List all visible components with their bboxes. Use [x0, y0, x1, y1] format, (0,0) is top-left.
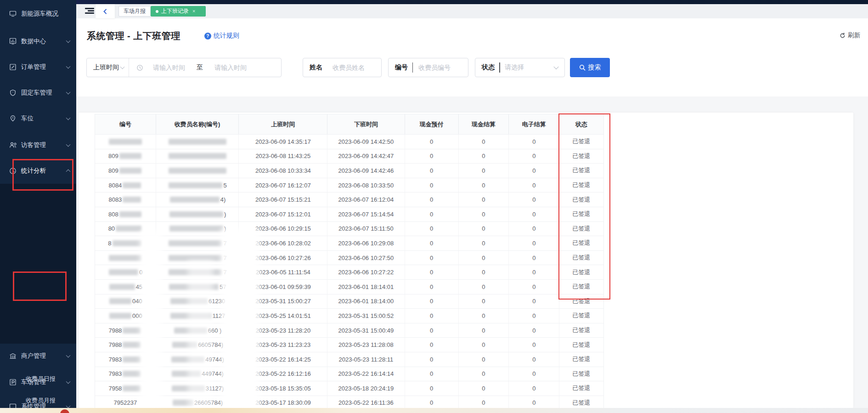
ev-monitor-icon — [9, 10, 17, 17]
sidebar-item-visitors[interactable]: 访客管理 — [0, 136, 76, 154]
page-title: 系统管理 - 上下班管理 — [87, 30, 180, 42]
cell-clock-in: 2023-06-08 11:43:25 — [239, 149, 327, 164]
table-row: 8 7 2023-06-06 10:28:02 2023-06-06 10:29… — [95, 236, 603, 251]
cell-electronic-settled: 0 — [509, 265, 559, 279]
sidebar-item-parking-spots[interactable]: 车位 — [0, 109, 76, 128]
cell-clock-out: 2023-06-01 18:14:01 — [327, 280, 405, 294]
tabs-back-button[interactable] — [96, 4, 115, 18]
cell-cashier-name: 6605784) — [156, 338, 239, 352]
cell-electronic-settled: 0 — [509, 251, 559, 265]
search-button[interactable]: 搜索 — [570, 58, 610, 77]
status-filter-group[interactable]: 状态 请选择 — [475, 58, 565, 77]
cell-status: 已签退 — [559, 251, 603, 265]
cell-clock-in: 2023-06-06 10:29:15 — [239, 222, 327, 236]
cell-cash-settled: 0 — [459, 294, 509, 309]
chevron-down-icon — [66, 116, 71, 120]
statistics-rules-link[interactable]: ? 统计规则 — [204, 32, 239, 40]
table-header: 编号 收费员名称(编号) 上班时间 下班时间 现金预付 现金结算 电子结算 状态 — [95, 114, 603, 135]
cell-clock-out: 2023-05-18 20:24:19 — [327, 381, 405, 396]
sidebar-item-data-center[interactable]: 数据中心 — [0, 32, 76, 51]
table-row: 80 ) 2023-06-06 10:29:15 2023-06-07 15:1… — [95, 222, 603, 237]
time-type-select[interactable]: 上班时间 — [87, 58, 129, 77]
cell-cash-prepaid: 0 — [405, 381, 459, 396]
sidebar-item-statistics[interactable]: 统计分析 — [0, 162, 76, 180]
cell-electronic-settled: 0 — [509, 294, 559, 309]
chevron-down-icon — [553, 64, 558, 69]
clock-icon — [136, 64, 143, 71]
cell-id: 040 — [95, 294, 156, 309]
cell-electronic-settled: 0 — [509, 207, 559, 221]
cashier-name-input[interactable] — [332, 63, 382, 72]
cell-clock-out: 2023-06-06 10:29:08 — [327, 236, 405, 250]
name-filter-group: 姓名 — [303, 58, 382, 77]
id-label: 编号 — [395, 63, 408, 72]
cell-cashier-name: 7 — [156, 265, 239, 279]
sidebar-item-orders[interactable]: 订单管理 — [0, 58, 76, 76]
sidebar-item-ev-overview[interactable]: 新能源车概况 — [0, 5, 76, 23]
tab-attendance-records-active[interactable]: 上下班记录× — [151, 6, 206, 17]
tab-lot-monthly[interactable]: 车场月报 — [118, 6, 151, 17]
cell-clock-out: 2023-06-07 15:14:54 — [327, 207, 405, 221]
col-header-cash-prepaid: 现金预付 — [405, 114, 459, 134]
cell-clock-out: 2023-06-09 14:42:50 — [327, 135, 405, 149]
cell-cashier-name: ) — [156, 222, 239, 236]
name-label: 姓名 — [310, 63, 322, 72]
parking-lot-icon — [9, 379, 17, 386]
redacted-name — [173, 400, 193, 406]
data-center-icon — [9, 38, 17, 45]
cell-status: 已签退 — [559, 294, 603, 309]
stats-clock-icon — [9, 167, 17, 175]
cell-id — [95, 251, 156, 265]
chevron-down-icon — [66, 353, 71, 358]
cell-cash-prepaid: 0 — [405, 222, 459, 236]
cell-cash-prepaid: 0 — [405, 251, 459, 265]
cell-status: 已签退 — [559, 367, 603, 381]
col-header-clock-in: 上班时间 — [239, 114, 327, 134]
cell-id — [95, 135, 156, 149]
cell-clock-in: 2023-06-07 16:12:07 — [239, 178, 327, 192]
cell-cashier-name: 61230 — [156, 294, 239, 309]
cell-clock-in: 2023-06-06 10:28:02 — [239, 236, 327, 250]
cell-cash-prepaid: 0 — [405, 135, 459, 149]
sidebar-item-merchants[interactable]: 商户管理 — [0, 347, 76, 365]
sidebar-item-parking-lots[interactable]: 车场管理 — [0, 373, 76, 391]
cell-status: 已签退 — [559, 381, 603, 396]
cell-clock-in: 2023-05-17 18:30:09 — [239, 396, 327, 408]
cell-cash-prepaid: 0 — [405, 309, 459, 323]
cell-electronic-settled: 0 — [509, 236, 559, 250]
table-row: 809 2023-06-08 10:33:34 2023-06-09 14:42… — [95, 164, 603, 178]
bottom-bar — [0, 408, 868, 413]
redacted-id — [109, 269, 138, 275]
search-icon — [579, 64, 586, 71]
top-dark-strip — [76, 0, 868, 4]
cell-cash-settled: 0 — [459, 381, 509, 396]
table-row: 000 1127 2023-05-25 14:01:51 2023-05-31 … — [95, 309, 603, 323]
redacted-name — [174, 328, 207, 334]
sidebar-item-fixed-vehicles[interactable]: 固定车管理 — [0, 84, 76, 102]
menu-collapse-icon[interactable] — [85, 8, 94, 15]
cell-electronic-settled: 0 — [509, 323, 559, 338]
cell-clock-out: 2023-05-23 11:28:11 — [327, 352, 405, 367]
table-row: 7988 6605784) 2023-05-23 11:23:23 2023-0… — [95, 338, 603, 352]
cell-clock-in: 2023-06-09 14:35:17 — [239, 135, 327, 149]
time-from-input[interactable] — [143, 63, 195, 72]
col-header-clock-out: 下班时间 — [327, 114, 405, 134]
cell-id: 80 — [95, 222, 156, 236]
cell-status: 已签退 — [559, 309, 603, 323]
refresh-button[interactable]: 刷新 — [840, 31, 860, 40]
attendance-table: 编号 收费员名称(编号) 上班时间 下班时间 现金预付 现金结算 电子结算 状态… — [95, 114, 604, 408]
close-tab-icon[interactable]: × — [192, 8, 195, 14]
cell-cash-prepaid: 0 — [405, 396, 459, 408]
redacted-name — [172, 342, 197, 348]
cell-status: 已签退 — [559, 236, 603, 250]
time-to-input[interactable] — [205, 63, 256, 72]
redacted-name — [172, 371, 201, 377]
cell-electronic-settled: 0 — [509, 135, 559, 149]
cell-cash-settled: 0 — [459, 149, 509, 164]
cell-clock-out: 2023-06-09 14:42:47 — [327, 149, 405, 164]
cell-cash-settled: 0 — [459, 396, 509, 408]
active-tab-dot — [156, 10, 158, 13]
cashier-id-input[interactable] — [417, 63, 468, 72]
cell-id: 8 — [95, 236, 156, 250]
cell-clock-in: 2023-05-25 14:01:51 — [239, 309, 327, 323]
